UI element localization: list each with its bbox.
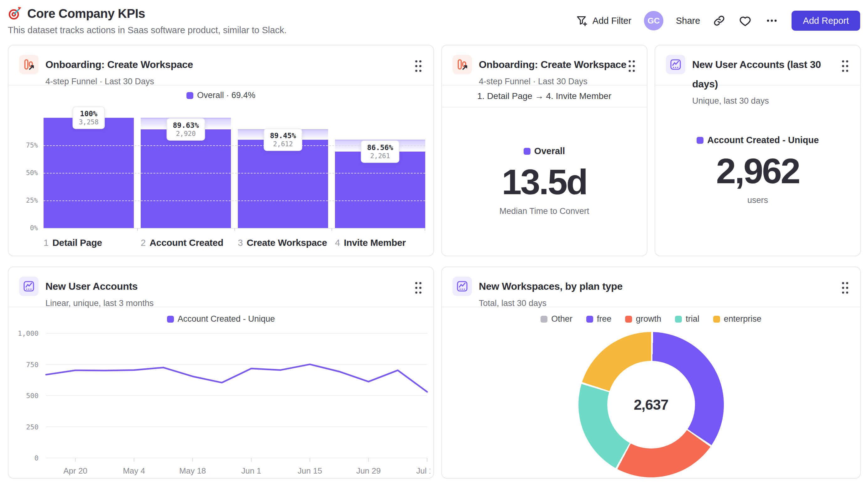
x-axis-tick xyxy=(235,228,235,231)
x-axis-tick-label: Jun 15 xyxy=(298,466,322,476)
x-axis-tick-label: Jun 29 xyxy=(356,466,381,476)
drag-handle[interactable] xyxy=(414,281,423,296)
big-number-caption: users xyxy=(747,195,768,205)
ellipsis-icon xyxy=(765,13,779,28)
add-filter-button[interactable]: Add Filter xyxy=(576,14,631,27)
copy-link-button[interactable] xyxy=(713,14,726,27)
donut-chart[interactable]: 2,637 xyxy=(579,332,724,477)
legend-item[interactable]: growth xyxy=(625,314,661,324)
header-left: Core Company KPIs This dataset tracks ac… xyxy=(8,6,287,35)
line-chart-icon xyxy=(19,276,38,296)
funnel-step-label[interactable]: 4Invite Member xyxy=(335,237,425,248)
legend-item[interactable]: free xyxy=(586,314,612,324)
step-number: 3 xyxy=(238,238,243,248)
page-title: Core Company KPIs xyxy=(27,7,145,21)
funnel-step-label[interactable]: 3Create Workspace xyxy=(238,237,328,248)
card-title: New User Accounts xyxy=(45,276,414,296)
legend-item[interactable]: Other xyxy=(540,314,572,324)
heart-icon xyxy=(738,14,752,28)
line-chart[interactable]: 02505007501,000Apr 20May 4May 18Jun 1Jun… xyxy=(11,327,430,479)
gridline xyxy=(43,173,425,173)
share-button[interactable]: Share xyxy=(676,16,700,26)
funnel-step-label[interactable]: 1Detail Page xyxy=(43,237,134,248)
legend-item[interactable]: Account Created - Unique xyxy=(167,314,275,324)
gridline xyxy=(43,200,425,201)
filter-plus-icon xyxy=(576,14,588,27)
donut-center-value: 2,637 xyxy=(633,396,668,413)
drag-handle[interactable] xyxy=(841,281,849,296)
favorite-button[interactable] xyxy=(738,14,752,28)
card-funnel: Onboarding: Create Workspace 4-step Funn… xyxy=(8,45,434,256)
y-axis-tick-label: 1,000 xyxy=(18,329,38,337)
legend-swatch xyxy=(625,316,632,323)
funnel-legend: Overall · 69.4% xyxy=(8,91,433,100)
y-axis-tick-label: 0% xyxy=(30,224,38,232)
y-axis-tick-label: 50% xyxy=(26,169,38,177)
funnel-range-label: 1. Detail Page → 4. Invite Member xyxy=(442,86,647,107)
median-value: 13.5d xyxy=(502,163,587,201)
step-name: Invite Member xyxy=(344,237,406,248)
card-new-users-30d: New User Accounts (last 30 days) Unique,… xyxy=(655,45,861,256)
legend-swatch xyxy=(540,316,548,323)
top-header: Core Company KPIs This dataset tracks ac… xyxy=(0,0,868,35)
funnel-chart-icon xyxy=(453,55,472,74)
step-number: 4 xyxy=(335,238,340,248)
card-title: Onboarding: Create Workspace xyxy=(479,55,627,74)
step-name: Create Workspace xyxy=(247,237,327,248)
median-metric: Overall 13.5d Median Time to Convert xyxy=(442,107,647,255)
y-axis-tick-label: 750 xyxy=(26,361,38,369)
card-subtitle: 4-step Funnel · Last 30 Days xyxy=(479,77,627,87)
funnel-step-labels: 1Detail Page2Account Created3Create Work… xyxy=(43,237,425,248)
funnel-chart-icon xyxy=(19,55,38,74)
legend-item[interactable]: enterprise xyxy=(713,314,762,324)
funnel-bar-fill xyxy=(141,129,231,228)
step-name: Account Created xyxy=(150,237,223,248)
card-title: Onboarding: Create Workspace xyxy=(45,55,414,74)
x-axis-tick-label: May 18 xyxy=(179,466,206,476)
step-number: 2 xyxy=(141,238,146,248)
step-name: Detail Page xyxy=(52,237,102,248)
link-icon xyxy=(713,14,726,27)
legend-swatch xyxy=(167,316,174,323)
funnel-step-label[interactable]: 2Account Created xyxy=(141,237,231,248)
legend-swatch xyxy=(675,316,682,323)
avatar[interactable]: GC xyxy=(644,11,663,30)
more-options-button[interactable] xyxy=(765,13,779,28)
line-legend: Account Created - Unique xyxy=(8,314,433,324)
x-axis-tick-label: Jun 1 xyxy=(241,466,261,476)
drag-handle[interactable] xyxy=(841,59,849,74)
page-subtitle: This dataset tracks actions in Saas soft… xyxy=(8,25,287,35)
card-new-users-trend: New User Accounts Linear, unique, last 3… xyxy=(8,266,434,479)
x-axis-tick xyxy=(137,228,138,231)
big-number-metric: Account Created - Unique 2,962 users xyxy=(655,86,860,255)
legend-swatch xyxy=(696,137,704,144)
card-grid: Onboarding: Create Workspace 4-step Funn… xyxy=(8,45,860,479)
legend-swatch xyxy=(186,92,193,99)
add-report-button[interactable]: Add Report xyxy=(792,11,860,31)
legend-item[interactable]: Account Created - Unique xyxy=(696,135,819,145)
drag-handle[interactable] xyxy=(627,59,636,74)
funnel-chart[interactable]: 100%3,25889.63%2,92089.45%2,61286.56%2,2… xyxy=(43,118,425,228)
legend-item[interactable]: Overall xyxy=(524,146,565,156)
card-subtitle: 4-step Funnel · Last 30 Days xyxy=(45,77,414,87)
median-caption: Median Time to Convert xyxy=(499,206,589,216)
card-title: New User Accounts (last 30 days) xyxy=(692,55,841,94)
donut-hole: 2,637 xyxy=(607,361,695,449)
card-subtitle: Linear, unique, last 3 months xyxy=(45,298,414,308)
median-legend: Overall xyxy=(524,146,565,156)
legend-item[interactable]: Overall · 69.4% xyxy=(186,91,255,100)
drag-handle[interactable] xyxy=(414,59,423,74)
target-icon xyxy=(8,6,22,21)
funnel-bar-badge: 89.45%2,612 xyxy=(264,128,302,151)
legend-item[interactable]: trial xyxy=(675,314,700,324)
line-chart-icon xyxy=(453,276,472,296)
donut-legend: Otherfreegrowthtrialenterprise xyxy=(442,314,860,324)
x-axis-tick-label: May 4 xyxy=(123,466,145,476)
y-axis-tick-label: 75% xyxy=(26,141,38,149)
y-axis-tick-label: 500 xyxy=(26,392,38,400)
funnel-bar-fill xyxy=(238,140,328,228)
line-series[interactable] xyxy=(46,364,427,392)
card-title: New Workspaces, by plan type xyxy=(479,276,841,296)
card-workspaces-by-plan: New Workspaces, by plan type Total, last… xyxy=(441,266,861,479)
x-axis-tick-label: Apr 20 xyxy=(63,466,87,476)
